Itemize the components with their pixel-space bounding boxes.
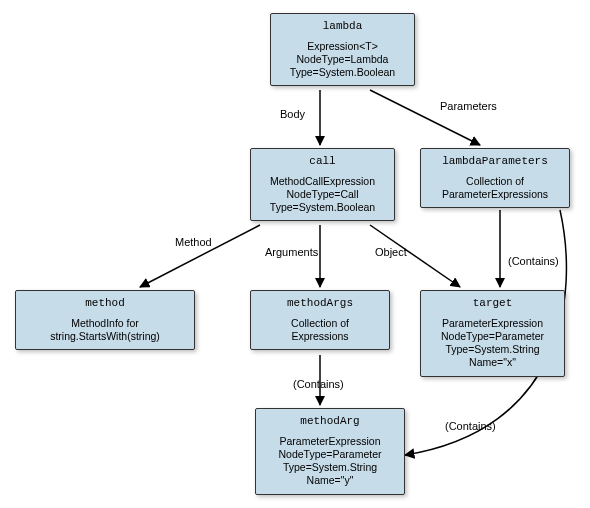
node-call: call MethodCallExpression NodeType=Call …: [250, 148, 395, 221]
node-lambda-detail: Expression<T> NodeType=Lambda Type=Syste…: [279, 40, 406, 79]
node-target: target ParameterExpression NodeType=Para…: [420, 290, 565, 377]
edge-label-parameters: Parameters: [440, 100, 497, 112]
node-lambda-title: lambda: [279, 20, 406, 32]
node-method-detail: MethodInfo for string.StartsWith(string): [24, 317, 186, 343]
svg-line-2: [140, 225, 260, 287]
node-target-title: target: [429, 297, 556, 309]
edge-label-body: Body: [280, 108, 305, 120]
node-call-title: call: [259, 155, 386, 167]
edge-label-arguments: Arguments: [265, 246, 318, 258]
svg-line-1: [370, 90, 480, 145]
edge-label-contains1: (Contains): [508, 255, 559, 267]
edge-label-object: Object: [375, 246, 407, 258]
node-lambdaParameters-detail: Collection of ParameterExpressions: [429, 175, 561, 201]
edge-label-contains3: (Contains): [445, 420, 496, 432]
node-methodArg-detail: ParameterExpression NodeType=Parameter T…: [264, 435, 396, 488]
node-call-detail: MethodCallExpression NodeType=Call Type=…: [259, 175, 386, 214]
node-lambda: lambda Expression<T> NodeType=Lambda Typ…: [270, 13, 415, 86]
node-methodArg-title: methodArg: [264, 415, 396, 427]
node-methodArgs: methodArgs Collection of Expressions: [250, 290, 390, 350]
node-methodArgs-detail: Collection of Expressions: [259, 317, 381, 343]
edge-label-method: Method: [175, 236, 212, 248]
node-lambdaParameters: lambdaParameters Collection of Parameter…: [420, 148, 570, 208]
node-target-detail: ParameterExpression NodeType=Parameter T…: [429, 317, 556, 370]
node-lambdaParameters-title: lambdaParameters: [429, 155, 561, 167]
node-method: method MethodInfo for string.StartsWith(…: [15, 290, 195, 350]
node-method-title: method: [24, 297, 186, 309]
node-methodArg: methodArg ParameterExpression NodeType=P…: [255, 408, 405, 495]
edge-label-contains2: (Contains): [293, 378, 344, 390]
node-methodArgs-title: methodArgs: [259, 297, 381, 309]
